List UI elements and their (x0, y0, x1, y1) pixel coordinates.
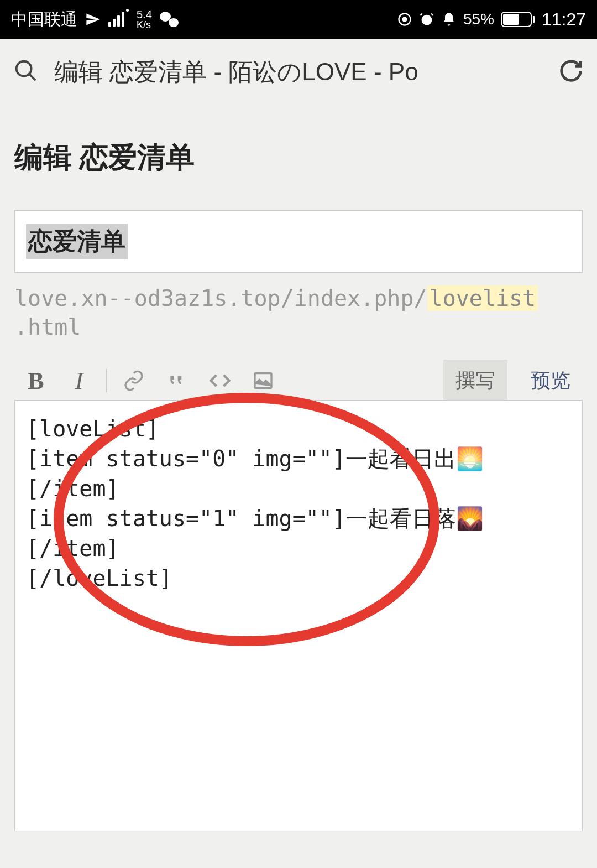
write-tab[interactable]: 撰写 (443, 360, 507, 402)
search-icon[interactable] (13, 58, 39, 86)
content-editor[interactable]: [loveList] [item status="0" img=""]一起看日出… (14, 400, 583, 831)
post-title-input[interactable]: 恋爱清单 (14, 210, 583, 273)
page-title: 编辑 恋爱清单 - 陌讼のLOVE - Po (54, 56, 543, 89)
svg-point-1 (422, 15, 432, 25)
refresh-icon[interactable] (558, 58, 584, 86)
status-left: 中国联通 5.4 K/s (11, 8, 179, 31)
permalink[interactable]: love.xn--od3az1s.top/index.php/lovelist.… (14, 284, 583, 341)
code-button[interactable] (198, 361, 242, 400)
status-bar: 中国联通 5.4 K/s 55% 11:27 (0, 0, 597, 39)
battery-icon (501, 12, 535, 27)
page-heading: 编辑 恋爱清单 (14, 138, 583, 177)
wechat-icon (160, 12, 179, 27)
network-speed: 5.4 K/s (137, 9, 152, 30)
alarm-icon (419, 12, 434, 27)
location-icon (85, 12, 101, 27)
browser-bar: 编辑 恋爱清单 - 陌讼のLOVE - Po (0, 39, 597, 105)
signal-icon (108, 12, 129, 27)
post-title-value[interactable]: 恋爱清单 (26, 224, 128, 259)
svg-point-2 (17, 61, 32, 76)
italic-button[interactable]: I (57, 361, 101, 400)
bold-button[interactable]: B (14, 361, 57, 400)
preview-tab[interactable]: 预览 (519, 360, 583, 402)
image-button[interactable] (242, 361, 285, 400)
link-button[interactable] (112, 361, 155, 400)
content-area: 编辑 恋爱清单 恋爱清单 love.xn--od3az1s.top/index.… (0, 105, 597, 868)
permalink-prefix: love.xn--od3az1s.top/index.php/ (14, 285, 427, 311)
bell-icon (441, 12, 457, 27)
editor-wrap: [loveList] [item status="0" img=""]一起看日出… (14, 400, 583, 831)
status-right: 55% 11:27 (397, 9, 586, 30)
battery-percent: 55% (463, 11, 494, 28)
permalink-slug[interactable]: lovelist (427, 285, 538, 311)
editor-tabs: 撰写 预览 (443, 360, 583, 402)
quote-button[interactable] (155, 361, 198, 400)
carrier-label: 中国联通 (11, 8, 77, 31)
toolbar-divider (106, 369, 107, 392)
permalink-suffix: .html (14, 314, 81, 340)
clock-time: 11:27 (542, 9, 586, 30)
editor-toolbar: B I 撰写 预览 (14, 361, 583, 400)
rotation-lock-icon (397, 12, 412, 27)
